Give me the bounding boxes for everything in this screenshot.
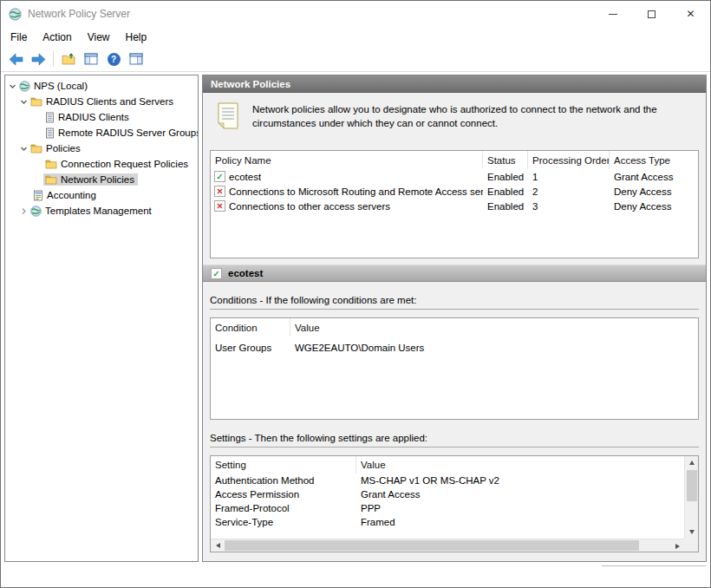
policy-status: Enabled xyxy=(483,172,528,182)
conditions-divider xyxy=(210,309,699,310)
tree-item-accounting[interactable]: Accounting xyxy=(5,187,198,203)
results-pane-header: Network Policies xyxy=(203,75,706,93)
scrollbar-corner xyxy=(684,539,698,552)
tree-item-label: RADIUS Clients xyxy=(58,112,129,122)
scroll-down-icon xyxy=(689,530,695,534)
scroll-up-button[interactable] xyxy=(685,456,698,469)
close-icon: ✕ xyxy=(686,8,695,20)
policy-access: Grant Access xyxy=(610,172,698,182)
menu-view[interactable]: View xyxy=(80,28,118,47)
column-value[interactable]: Value xyxy=(356,456,684,474)
forward-button[interactable] xyxy=(28,49,49,69)
column-condition[interactable]: Condition xyxy=(211,318,290,336)
open-folder-icon xyxy=(45,174,57,185)
description-section: Network policies allow you to designate … xyxy=(203,93,706,143)
results-pane-title: Network Policies xyxy=(211,79,290,89)
console-tree-pane: NPS (Local) RADIUS Clients and Servers R… xyxy=(4,75,199,562)
maximize-button[interactable] xyxy=(632,1,671,27)
policy-access: Deny Access xyxy=(610,201,698,212)
policy-name: Connections to Microsoft Routing and Rem… xyxy=(229,186,483,197)
policy-order: 2 xyxy=(528,186,610,197)
menu-action[interactable]: Action xyxy=(35,28,79,47)
vertical-scrollbar[interactable] xyxy=(684,456,698,539)
menu-help[interactable]: Help xyxy=(118,28,155,47)
close-button[interactable]: ✕ xyxy=(671,1,710,27)
scroll-up-icon xyxy=(689,461,695,465)
vertical-scroll-thumb[interactable] xyxy=(687,470,697,501)
conditions-table: Condition Value User Groups WGE2EAUTO\Do… xyxy=(210,317,699,420)
tree-item-nps-local[interactable]: NPS (Local) xyxy=(5,78,198,94)
export-list-button[interactable] xyxy=(58,49,79,69)
tree-item-label: NPS (Local) xyxy=(34,81,88,91)
column-policy-name[interactable]: Policy Name xyxy=(211,151,483,169)
toolbar-separator xyxy=(53,51,54,67)
policy-name: Connections to other access servers xyxy=(229,201,390,212)
setting-row[interactable]: Service-Type Framed xyxy=(211,515,684,529)
setting-name: Authentication Method xyxy=(211,475,356,486)
globe-icon xyxy=(30,206,42,217)
tree-item-templates-management[interactable]: Templates Management xyxy=(5,203,198,219)
settings-heading: Settings - Then the following settings a… xyxy=(210,433,699,443)
policy-order: 1 xyxy=(528,172,610,182)
condition-row[interactable]: User Groups WGE2EAUTO\Domain Users xyxy=(211,340,698,356)
console-tree-icon xyxy=(84,53,98,65)
back-icon xyxy=(9,53,23,66)
console-body: NPS (Local) RADIUS Clients and Servers R… xyxy=(1,72,710,563)
scroll-right-button[interactable] xyxy=(670,539,684,552)
tree-item-label: RADIUS Clients and Servers xyxy=(46,96,173,107)
setting-row[interactable]: Access Permission Grant Access xyxy=(211,487,684,501)
tree-item-label: Network Policies xyxy=(61,174,134,185)
tree-item-remote-radius-server-groups[interactable]: Remote RADIUS Server Groups xyxy=(5,125,198,140)
tree-item-policies[interactable]: Policies xyxy=(5,140,198,156)
chevron-expanded-icon[interactable] xyxy=(8,82,17,91)
column-setting[interactable]: Setting xyxy=(211,456,356,474)
forward-icon xyxy=(31,53,46,66)
column-access-type[interactable]: Access Type xyxy=(610,151,698,169)
minimize-button[interactable] xyxy=(593,1,632,27)
scroll-down-button[interactable] xyxy=(685,526,698,539)
policy-status: Enabled xyxy=(483,186,528,197)
setting-value: Grant Access xyxy=(356,489,684,500)
chevron-expanded-icon[interactable] xyxy=(19,144,29,154)
setting-row[interactable]: Authentication Method MS-CHAP v1 OR MS-C… xyxy=(211,474,684,487)
chevron-expanded-icon[interactable] xyxy=(19,97,29,107)
tree-item-network-policies[interactable]: Network Policies xyxy=(5,172,198,187)
settings-divider xyxy=(210,447,699,448)
setting-value: PPP xyxy=(356,503,684,513)
column-processing-order[interactable]: Processing Order xyxy=(528,151,610,169)
tree-item-label: Templates Management xyxy=(45,206,152,216)
ledger-icon xyxy=(45,127,55,139)
tree-item-label: Remote RADIUS Server Groups xyxy=(58,127,199,138)
policy-row-ms-routing[interactable]: ✕ Connections to Microsoft Routing and R… xyxy=(211,184,698,199)
tree-item-connection-request-policies[interactable]: Connection Request Policies xyxy=(5,156,198,172)
policy-row-other-access[interactable]: ✕ Connections to other access servers En… xyxy=(211,199,698,213)
column-value[interactable]: Value xyxy=(290,318,698,336)
setting-name: Service-Type xyxy=(211,517,356,527)
policy-row-ecotest[interactable]: ✓ ecotest Enabled 1 Grant Access xyxy=(211,169,698,184)
conditions-table-header: Condition Value xyxy=(211,318,698,336)
chevron-collapsed-icon[interactable] xyxy=(19,206,29,216)
results-pane: Network Policies Network policies allow … xyxy=(202,75,707,562)
tree-item-label: Accounting xyxy=(47,190,96,200)
grant-access-icon: ✓ xyxy=(211,268,222,279)
setting-name: Access Permission xyxy=(211,489,356,500)
help-button[interactable]: ? xyxy=(103,49,124,69)
toolbar: ? xyxy=(1,47,710,72)
scroll-left-button[interactable] xyxy=(211,539,225,552)
policy-name: ecotest xyxy=(229,172,261,182)
horizontal-scrollbar[interactable] xyxy=(211,539,684,552)
setting-row[interactable]: Framed-Protocol PPP xyxy=(211,501,684,515)
settings-table-body: Setting Value Authentication Method MS-C… xyxy=(211,456,684,539)
tree-item-radius-clients-and-servers[interactable]: RADIUS Clients and Servers xyxy=(5,94,198,109)
horizontal-scroll-thumb[interactable] xyxy=(225,540,639,551)
scroll-right-icon xyxy=(675,544,680,549)
menu-file[interactable]: File xyxy=(3,28,35,47)
column-status[interactable]: Status xyxy=(483,151,528,169)
menubar: File Action View Help xyxy=(1,27,710,47)
action-pane-icon xyxy=(129,53,143,65)
action-pane-toggle-button[interactable] xyxy=(126,49,147,69)
tree-item-radius-clients[interactable]: RADIUS Clients xyxy=(5,109,198,125)
back-button[interactable] xyxy=(5,49,26,69)
console-tree-toggle-button[interactable] xyxy=(81,49,101,69)
help-icon: ? xyxy=(108,53,121,66)
